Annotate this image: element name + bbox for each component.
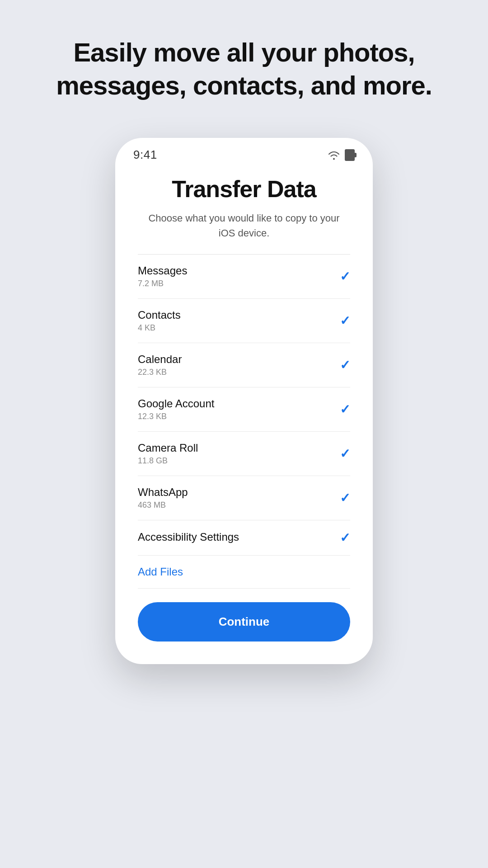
status-bar: 9:41 <box>115 138 373 166</box>
item-size: 11.8 GB <box>138 456 198 466</box>
screen-title: Transfer Data <box>172 175 316 203</box>
check-icon: ✓ <box>340 358 350 373</box>
item-size: 7.2 MB <box>138 279 187 288</box>
phone-content: Transfer Data Choose what you would like… <box>115 166 373 664</box>
battery-icon <box>345 149 355 161</box>
item-name: Camera Roll <box>138 442 198 454</box>
item-size: 22.3 KB <box>138 368 182 377</box>
check-icon: ✓ <box>340 491 350 505</box>
item-size: 4 KB <box>138 323 181 333</box>
item-name: Contacts <box>138 309 181 321</box>
item-name: Google Account <box>138 397 214 410</box>
item-size: 463 MB <box>138 500 188 510</box>
phone-frame: 9:41 Transfer Data Choose what you would… <box>115 138 373 664</box>
list-item[interactable]: Contacts 4 KB ✓ <box>138 299 350 343</box>
check-icon: ✓ <box>340 269 350 284</box>
list-item[interactable]: Calendar 22.3 KB ✓ <box>138 343 350 387</box>
screen-subtitle: Choose what you would like to copy to yo… <box>138 211 350 241</box>
add-files-button[interactable]: Add Files <box>138 556 350 589</box>
hero-tagline: Easily move all your photos, messages, c… <box>0 36 488 102</box>
list-item[interactable]: Camera Roll 11.8 GB ✓ <box>138 432 350 476</box>
continue-button[interactable]: Continue <box>138 602 350 642</box>
data-list: Messages 7.2 MB ✓ Contacts 4 KB ✓ Calend… <box>138 255 350 556</box>
list-item[interactable]: Accessibility Settings ✓ <box>138 520 350 556</box>
check-icon: ✓ <box>340 446 350 461</box>
item-size: 12.3 KB <box>138 412 214 421</box>
check-icon: ✓ <box>340 313 350 328</box>
item-name: Messages <box>138 264 187 277</box>
status-icons <box>328 149 355 161</box>
item-name: Accessibility Settings <box>138 531 239 543</box>
status-time: 9:41 <box>133 148 157 162</box>
item-name: WhatsApp <box>138 486 188 499</box>
item-name: Calendar <box>138 353 182 366</box>
list-item[interactable]: Messages 7.2 MB ✓ <box>138 255 350 299</box>
check-icon: ✓ <box>340 402 350 417</box>
list-item[interactable]: Google Account 12.3 KB ✓ <box>138 387 350 432</box>
check-icon: ✓ <box>340 530 350 545</box>
wifi-icon <box>328 150 340 160</box>
list-item[interactable]: WhatsApp 463 MB ✓ <box>138 476 350 520</box>
